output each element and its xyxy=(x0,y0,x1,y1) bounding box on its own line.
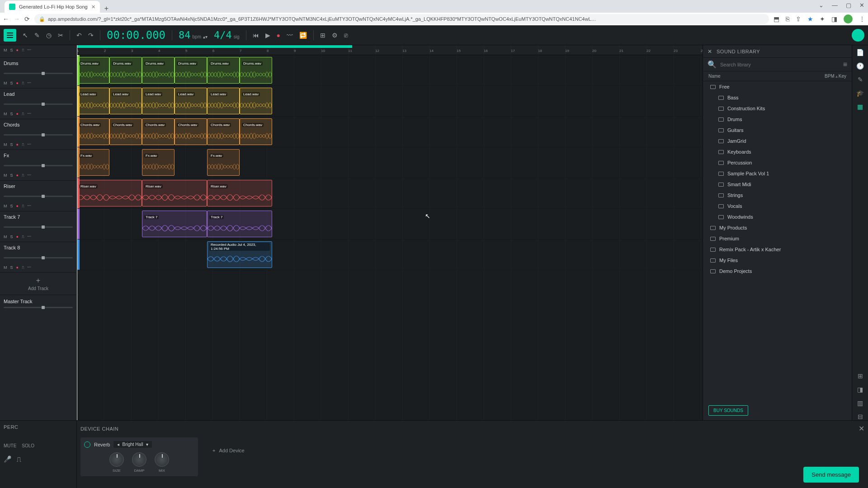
profile-avatar[interactable] xyxy=(844,14,853,23)
arrangement-view[interactable]: 123456789101112131415161718192021222324 … xyxy=(77,45,703,420)
hamburger-menu[interactable] xyxy=(4,29,16,42)
library-folder[interactable]: Guitars xyxy=(703,125,852,136)
audio-clip[interactable]: Fx.wav xyxy=(207,149,240,176)
mute-button[interactable]: M xyxy=(4,265,7,270)
chain-icon[interactable]: ⊟ xyxy=(858,413,863,420)
solo-button[interactable]: S xyxy=(10,235,13,239)
automation-toggle-icon[interactable]: 〰 xyxy=(27,142,31,147)
eq-icon[interactable]: ⎍ xyxy=(22,142,24,147)
audio-clip[interactable]: Chords.wav xyxy=(77,118,109,145)
audio-clip[interactable]: Lead.wav xyxy=(240,88,272,114)
audio-clip[interactable]: Lead.wav xyxy=(207,88,240,114)
knob-dial[interactable] xyxy=(155,452,169,467)
back-button[interactable]: ← xyxy=(3,15,9,23)
automation-icon[interactable]: 〰 xyxy=(287,32,293,39)
send-message-button[interactable]: Send message xyxy=(803,467,859,483)
col-bpm[interactable]: BPM xyxy=(825,74,835,79)
solo-button[interactable]: S xyxy=(10,142,13,147)
audio-clip[interactable]: Chords.wav xyxy=(109,118,142,145)
new-tab-button[interactable]: + xyxy=(100,5,113,13)
automation-toggle-icon[interactable]: 〰 xyxy=(27,235,31,239)
track-volume-slider[interactable] xyxy=(4,165,73,166)
pen-icon[interactable]: ✎ xyxy=(858,76,863,83)
mixer-icon[interactable]: ⎚ xyxy=(344,32,348,39)
library-folder[interactable]: Smart Midi xyxy=(703,179,852,190)
audio-clip[interactable]: Chords.wav xyxy=(240,118,272,145)
time-signature[interactable]: 4/4 sig xyxy=(214,29,240,41)
install-icon[interactable]: ⬒ xyxy=(774,15,779,23)
audio-clip[interactable]: Drums.wav xyxy=(109,57,142,84)
mute-button[interactable]: M xyxy=(4,142,7,147)
library-folder[interactable]: JamGrid xyxy=(703,136,852,146)
timeline-ruler[interactable]: 123456789101112131415161718192021222324 xyxy=(77,45,703,55)
notes-icon[interactable]: 📄 xyxy=(856,49,864,56)
rewind-icon[interactable]: ⏮ xyxy=(253,32,259,39)
track-header-2[interactable]: Chords M S ● ⎍ 〰 xyxy=(0,119,76,150)
master-track[interactable]: Master Track xyxy=(0,295,76,312)
user-avatar[interactable] xyxy=(852,29,864,42)
device-power-icon[interactable] xyxy=(84,441,90,448)
automation-toggle-icon[interactable]: 〰 xyxy=(27,81,31,85)
audio-clip[interactable]: Recorded Audio Jul 4, 2023, 1:24:56 PM xyxy=(207,241,272,268)
track-row-1[interactable]: Lead.wav Lead.wav Lead.wav Lead.wav Lead… xyxy=(77,86,703,117)
add-track-button[interactable]: + Add Track xyxy=(0,273,76,295)
undo-icon[interactable]: ↶ xyxy=(76,32,82,39)
preset-selector[interactable]: ◂ Bright Hall ▾ xyxy=(113,441,151,448)
audio-clip[interactable]: Chords.wav xyxy=(142,118,175,145)
perc-mute-button[interactable]: MUTE xyxy=(4,443,16,448)
track-volume-slider[interactable] xyxy=(4,257,73,258)
bookmark-icon[interactable]: ★ xyxy=(807,15,813,23)
automation-toggle-icon[interactable]: 〰 xyxy=(27,204,31,208)
eq-icon[interactable]: ⎍ xyxy=(22,173,24,178)
track-header-0[interactable]: Drums M S ● ⎍ 〰 xyxy=(0,58,76,89)
maximize-icon[interactable]: ▢ xyxy=(846,2,851,9)
audio-clip[interactable]: Drums.wav xyxy=(207,57,240,84)
mute-button[interactable]: M xyxy=(4,173,7,178)
arm-record-icon[interactable]: ● xyxy=(16,173,19,178)
chevron-down-icon[interactable]: ⌄ xyxy=(819,2,824,9)
track-header-6[interactable]: Track 8 M S ● ⎍ 〰 xyxy=(0,242,76,273)
filter-icon[interactable]: ≡ xyxy=(843,61,847,69)
audio-clip[interactable]: Drums.wav xyxy=(240,57,272,84)
audio-clip[interactable]: Fx.wav xyxy=(77,149,109,176)
time-display[interactable]: 00:00.000 xyxy=(107,29,165,42)
audio-clip[interactable]: Track 7 xyxy=(142,211,207,237)
menu-icon[interactable]: ⋮ xyxy=(859,15,865,23)
translate-icon[interactable]: ⎘ xyxy=(786,15,789,23)
eq-icon[interactable]: ⎍ xyxy=(22,235,24,239)
audio-clip[interactable]: Riser.wav xyxy=(142,180,207,206)
library-folder[interactable]: My Products xyxy=(703,222,852,233)
solo-button[interactable]: S xyxy=(10,112,13,116)
mute-button[interactable]: M xyxy=(4,235,7,239)
snap-icon[interactable]: ⊞ xyxy=(320,32,326,39)
bpm-control[interactable]: 84 bpm ▴▾ xyxy=(179,29,208,41)
solo-button[interactable]: S xyxy=(10,173,13,178)
library-folder[interactable]: Woodwinds xyxy=(703,211,852,222)
audio-clip[interactable]: Track 7 xyxy=(207,211,272,237)
library-search-input[interactable] xyxy=(720,62,840,67)
library-folder[interactable]: Percussion xyxy=(703,157,852,168)
track-row-5[interactable]: Track 7 Track 7 xyxy=(77,209,703,239)
library-folder[interactable]: Premium xyxy=(703,233,852,244)
audio-clip[interactable]: Drums.wav xyxy=(142,57,175,84)
track-row-0[interactable]: Drums.wav Drums.wav Drums.wav Drums.wav … xyxy=(77,55,703,86)
sidepanel-icon[interactable]: ◨ xyxy=(831,15,837,23)
knob-mix[interactable]: MIX xyxy=(155,452,169,473)
track-header-1[interactable]: Lead M S ● ⎍ 〰 xyxy=(0,89,76,119)
arm-record-icon[interactable]: ● xyxy=(16,142,19,147)
record-icon[interactable]: ● xyxy=(277,32,280,39)
track-volume-slider[interactable] xyxy=(4,73,73,74)
address-bar[interactable]: 🔒 app.ampedstudio.com/?_gl=1*zkt20c*_ga*… xyxy=(34,14,769,24)
library-folder[interactable]: Demo Projects xyxy=(703,266,852,277)
track-row-2[interactable]: Chords.wav Chords.wav Chords.wav Chords.… xyxy=(77,117,703,147)
arm-record-icon[interactable]: ● xyxy=(16,112,19,116)
arm-record-icon[interactable]: ● xyxy=(16,265,19,270)
audio-clip[interactable]: Lead.wav xyxy=(77,88,109,114)
library-toggle-icon[interactable]: ▦ xyxy=(857,103,863,110)
mute-button[interactable]: M xyxy=(4,48,7,52)
eq-icon[interactable]: ⎍ xyxy=(22,81,24,85)
pencil-tool-icon[interactable]: ✎ xyxy=(34,32,40,39)
panel-icon[interactable]: ◨ xyxy=(857,386,863,393)
library-folder[interactable]: Drums xyxy=(703,114,852,125)
reload-button[interactable]: ⟳ xyxy=(24,15,30,23)
